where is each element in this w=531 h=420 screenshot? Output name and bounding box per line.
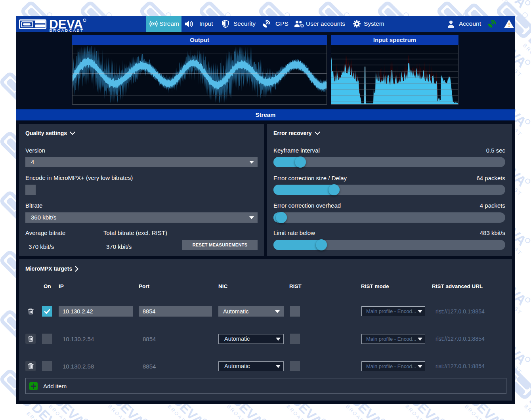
svg-text:BROADCAST: BROADCAST <box>50 28 84 32</box>
